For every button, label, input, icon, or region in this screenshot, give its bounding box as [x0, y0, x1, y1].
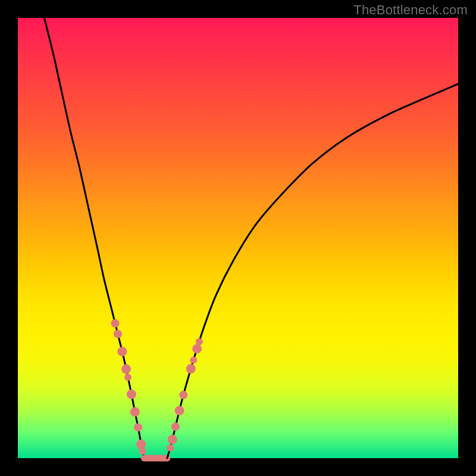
- data-marker: [136, 440, 146, 449]
- data-marker: [117, 347, 127, 356]
- data-marker: [124, 374, 131, 381]
- curve-right-branch: [167, 84, 458, 458]
- data-marker: [171, 422, 180, 431]
- data-marker: [186, 364, 196, 374]
- chart-plot-area: [18, 18, 458, 458]
- data-marker: [192, 344, 202, 353]
- data-marker: [127, 390, 136, 399]
- data-marker: [139, 447, 146, 455]
- data-marker: [134, 423, 142, 431]
- marker-cluster-right: [167, 338, 203, 451]
- data-marker: [175, 406, 184, 415]
- data-marker: [167, 444, 174, 452]
- data-marker: [111, 320, 120, 328]
- data-marker: [196, 338, 203, 345]
- chart-frame: TheBottleneck.com: [0, 0, 476, 476]
- data-marker: [130, 407, 140, 416]
- chart-svg: [18, 18, 458, 458]
- marker-cluster-left: [111, 320, 146, 455]
- watermark-text: TheBottleneck.com: [353, 2, 468, 18]
- data-marker: [114, 330, 122, 338]
- data-marker: [168, 435, 177, 444]
- data-marker: [190, 356, 197, 364]
- data-marker: [121, 364, 131, 374]
- data-marker: [179, 391, 187, 399]
